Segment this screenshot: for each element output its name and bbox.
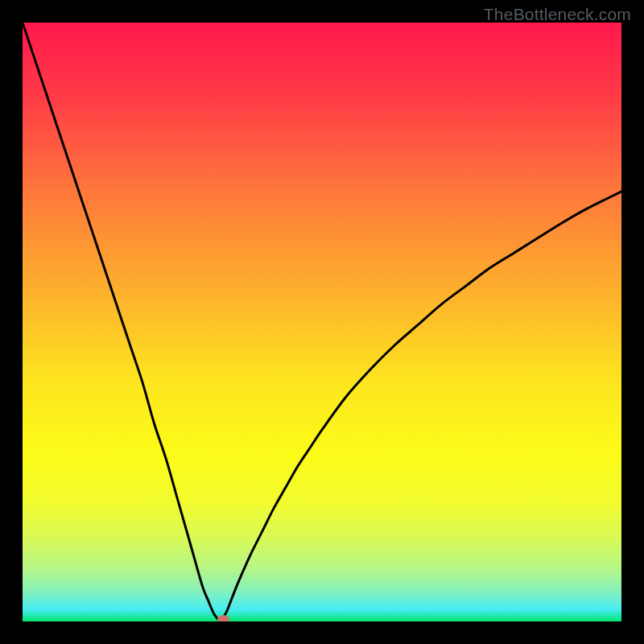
chart-frame: TheBottleneck.com xyxy=(0,0,644,644)
minimum-marker-icon xyxy=(217,615,229,621)
plot-area xyxy=(23,23,621,621)
bottleneck-curve xyxy=(23,23,621,621)
watermark-text: TheBottleneck.com xyxy=(484,5,631,24)
curve-layer xyxy=(23,23,621,621)
